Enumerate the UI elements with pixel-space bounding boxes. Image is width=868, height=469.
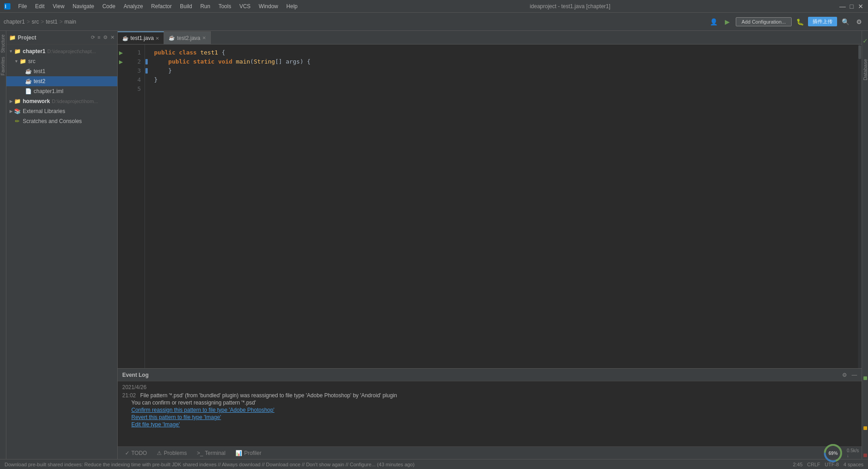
speed-direction: ↓ bbox=[847, 453, 859, 458]
project-panel: 📁 Project ⟳ ≡ ⚙ ✕ ▼ 📁 chapter1 D:\ideapr… bbox=[6, 31, 118, 459]
line-ending[interactable]: CRLF bbox=[807, 462, 820, 467]
tab-test1[interactable]: ☕ test1.java ✕ bbox=[118, 31, 164, 44]
code-line-4: } bbox=[154, 75, 853, 84]
maximize-button[interactable]: □ bbox=[848, 3, 855, 10]
toolbar-search-icon[interactable]: 🔍 bbox=[840, 16, 851, 27]
run-icon[interactable]: ▶ bbox=[722, 16, 733, 27]
close-project-icon[interactable]: ✕ bbox=[110, 35, 115, 40]
menu-tools[interactable]: Tools bbox=[215, 2, 235, 10]
speed-info: 0.5k/s ↓ bbox=[847, 448, 859, 458]
status-message: Download pre-built shared indexes: Reduc… bbox=[5, 462, 789, 467]
todo-icon: ✓ bbox=[125, 450, 130, 456]
window-title: ideaproject - test1.java [chapter1] bbox=[530, 3, 610, 10]
breadcrumb-sep: > bbox=[27, 19, 30, 25]
svg-text:I: I bbox=[5, 4, 6, 9]
log-date: 2021/4/26 bbox=[122, 384, 857, 390]
editor-scrollbar[interactable] bbox=[858, 44, 862, 368]
run-line1[interactable]: ▶ bbox=[118, 48, 124, 57]
menu-analyze[interactable]: Analyze bbox=[120, 2, 147, 10]
code-area[interactable]: public class test1 { public static void … bbox=[149, 44, 858, 368]
menu-file[interactable]: File bbox=[15, 2, 30, 10]
breadcrumb-item[interactable]: main bbox=[65, 19, 76, 25]
log-link-2[interactable]: Revert this pattern to file type 'Image' bbox=[131, 414, 857, 420]
performance-circle: 69% bbox=[823, 443, 843, 463]
code-line-5 bbox=[154, 84, 853, 94]
tree-item-external-libraries[interactable]: ▶ 📚 External Libraries bbox=[6, 106, 117, 116]
log-link-3[interactable]: Edit file type 'Image' bbox=[131, 421, 857, 428]
editor-tabs: ☕ test1.java ✕ ☕ test2.java ✕ bbox=[118, 31, 862, 44]
event-log-minimize-icon[interactable]: — bbox=[852, 372, 857, 378]
favorites-sidebar-label[interactable]: Favorites bbox=[0, 55, 6, 77]
menu-window[interactable]: Window bbox=[255, 2, 282, 10]
title-bar: I FileEditViewNavigateCodeAnalyzeRefacto… bbox=[0, 0, 868, 13]
profiler-label: Profiler bbox=[244, 450, 261, 456]
toolbar-settings-icon[interactable]: ⚙ bbox=[853, 16, 864, 27]
cursor-position[interactable]: 2:45 bbox=[793, 462, 803, 467]
toolbar: chapter1>src>test1>main 👤 ▶ Add Configur… bbox=[0, 13, 868, 31]
settings-project-icon[interactable]: ⚙ bbox=[103, 35, 108, 40]
editor-outer: ☕ test1.java ✕ ☕ test2.java ✕ ▶ ▶ 1 2 3 bbox=[118, 31, 862, 459]
project-tree: ▼ 📁 chapter1 D:\ideaproject\chapt... ▼ 📁… bbox=[6, 44, 117, 459]
tree-item-chapter1[interactable]: ▼ 📁 chapter1 D:\ideaproject\chapt... bbox=[6, 46, 117, 56]
minimize-button[interactable]: — bbox=[839, 3, 846, 10]
profile-icon[interactable]: 👤 bbox=[708, 16, 719, 27]
tab-problems[interactable]: ⚠ Problems bbox=[152, 449, 191, 458]
bottom-panel-header: Event Log ⚙ — bbox=[118, 369, 862, 381]
run-line2[interactable]: ▶ bbox=[118, 57, 124, 66]
debug-icon[interactable]: 🐛 bbox=[794, 16, 805, 27]
tree-item-test1[interactable]: ▶ ☕ test1 bbox=[6, 66, 117, 76]
tree-item-test2[interactable]: ▶ ☕ test2 bbox=[6, 76, 117, 86]
sync-icon[interactable]: ⟳ bbox=[91, 35, 95, 40]
breadcrumb-item[interactable]: test1 bbox=[46, 19, 58, 25]
tab-profiler[interactable]: 📊 Profiler bbox=[231, 449, 266, 458]
menu-navigate[interactable]: Navigate bbox=[69, 2, 98, 10]
breadcrumb-item[interactable]: chapter1 bbox=[4, 19, 25, 25]
bookmark-gutter bbox=[145, 44, 149, 368]
breadcrumb: chapter1>src>test1>main bbox=[4, 19, 707, 25]
structure-sidebar-label[interactable]: Structure bbox=[0, 33, 6, 55]
log-link-1[interactable]: Confirm reassign this pattern to file ty… bbox=[131, 407, 857, 413]
menu-code[interactable]: Code bbox=[99, 2, 119, 10]
breadcrumb-sep: > bbox=[41, 19, 44, 25]
menu-edit[interactable]: Edit bbox=[31, 2, 48, 10]
database-label[interactable]: Database bbox=[862, 55, 868, 84]
perf-value: 69% bbox=[828, 450, 838, 455]
indent-info[interactable]: 4 spaces bbox=[843, 462, 863, 467]
tree-item-src[interactable]: ▼ 📁 src bbox=[6, 56, 117, 66]
performance-area: 69% 0.5k/s ↓ bbox=[823, 443, 859, 463]
tab-terminal[interactable]: >_ Terminal bbox=[192, 449, 230, 458]
add-configuration-button[interactable]: Add Configuration... bbox=[736, 17, 792, 26]
tab-test2-close[interactable]: ✕ bbox=[202, 35, 206, 40]
menu-view[interactable]: View bbox=[49, 2, 68, 10]
breadcrumb-item[interactable]: src bbox=[32, 19, 39, 25]
code-line-3: } bbox=[154, 66, 853, 75]
event-log-settings-icon[interactable]: ⚙ bbox=[842, 372, 847, 378]
tree-item-homework[interactable]: ▶ 📁 homework D:\ideaproject\hom... bbox=[6, 96, 117, 106]
project-panel-title: Project bbox=[18, 35, 36, 41]
menu-run[interactable]: Run bbox=[197, 2, 214, 10]
breadcrumb-sep: > bbox=[60, 19, 63, 25]
log-entry-0: 21:02 File pattern '*.psd' (from 'bundle… bbox=[122, 392, 857, 428]
indicator-green bbox=[863, 376, 867, 380]
tree-item-scratches[interactable]: ▶ ✏ Scratches and Consoles bbox=[6, 116, 117, 126]
menu-bar: FileEditViewNavigateCodeAnalyzeRefactorB… bbox=[15, 2, 301, 10]
tab-test1-label: test1.java bbox=[130, 35, 154, 41]
close-button[interactable]: ✕ bbox=[857, 3, 864, 10]
menu-vcs[interactable]: VCS bbox=[236, 2, 254, 10]
menu-refactor[interactable]: Refactor bbox=[148, 2, 175, 10]
line-numbers: 1 2 3 4 5 bbox=[127, 44, 145, 368]
tab-test2[interactable]: ☕ test2.java ✕ bbox=[164, 31, 210, 44]
terminal-icon: >_ bbox=[197, 450, 203, 456]
toolbar-right: 👤 ▶ Add Configuration... 🐛 插件上传 🔍 ⚙ bbox=[708, 16, 864, 27]
scroll-indicators bbox=[863, 376, 867, 459]
tree-item-chapter1-iml[interactable]: ▶ 📄 chapter1.iml bbox=[6, 86, 117, 96]
tab-todo[interactable]: ✓ TODO bbox=[120, 449, 151, 458]
menu-build[interactable]: Build bbox=[176, 2, 196, 10]
tab-test1-close[interactable]: ✕ bbox=[155, 36, 159, 41]
menu-help[interactable]: Help bbox=[283, 2, 301, 10]
status-bar: Download pre-built shared indexes: Reduc… bbox=[0, 459, 868, 469]
connect-button[interactable]: 插件上传 bbox=[808, 17, 837, 26]
event-log-content: 2021/4/26 21:02 File pattern '*.psd' (fr… bbox=[118, 381, 862, 446]
collapse-icon[interactable]: ≡ bbox=[98, 35, 100, 40]
log-time: 21:02 bbox=[122, 392, 136, 399]
